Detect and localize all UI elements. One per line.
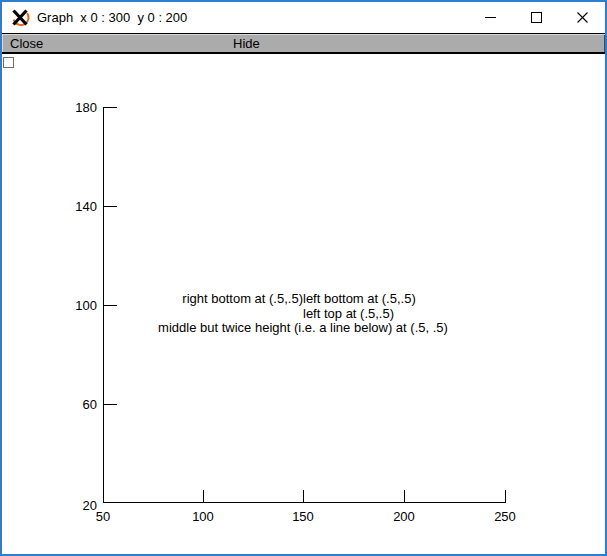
maximize-button[interactable] xyxy=(513,2,559,33)
y-tick xyxy=(104,404,117,405)
minimize-button[interactable] xyxy=(467,2,513,33)
app-window: Graph x 0 : 300 y 0 : 200 Close Hide xyxy=(0,0,607,556)
window-controls xyxy=(467,2,605,33)
window-title: Graph x 0 : 300 y 0 : 200 xyxy=(37,10,187,25)
y-tick xyxy=(104,206,117,207)
x-tick xyxy=(303,490,304,502)
y-tick xyxy=(104,305,117,306)
annotation-right-bottom: right bottom at (.5,.5) xyxy=(182,292,303,305)
titlebar[interactable]: Graph x 0 : 300 y 0 : 200 xyxy=(2,2,605,33)
y-tick-label: 100 xyxy=(57,299,97,312)
x-tick-label: 250 xyxy=(475,510,535,523)
xorg-logo-icon xyxy=(11,9,31,26)
x-tick-label: 50 xyxy=(73,510,133,523)
x-tick-label: 150 xyxy=(273,510,333,523)
menubar: Close Hide xyxy=(2,33,605,54)
x-tick xyxy=(203,490,204,502)
annotation-left-bottom: left bottom at (.5,.5) xyxy=(303,292,416,305)
close-window-button[interactable] xyxy=(559,2,605,33)
annotation-middle: middle but twice height (i.e. a line bel… xyxy=(158,321,448,334)
x-tick xyxy=(404,490,405,502)
annotation-left-top: left top at (.5,.5) xyxy=(303,307,394,320)
y-tick-label: 60 xyxy=(57,398,97,411)
graph-canvas[interactable]: 180 140 100 60 20 50 100 150 200 250 rig… xyxy=(2,54,605,554)
hide-button[interactable]: Hide xyxy=(233,36,260,51)
y-tick xyxy=(104,107,117,108)
legend-placeholder-box xyxy=(3,57,14,68)
x-axis-line xyxy=(103,502,506,503)
y-tick-label: 180 xyxy=(57,101,97,114)
x-tick-label: 100 xyxy=(173,510,233,523)
x-tick xyxy=(505,490,506,502)
close-button[interactable]: Close xyxy=(10,36,43,51)
x-tick-label: 200 xyxy=(374,510,434,523)
y-tick-label: 140 xyxy=(57,200,97,213)
